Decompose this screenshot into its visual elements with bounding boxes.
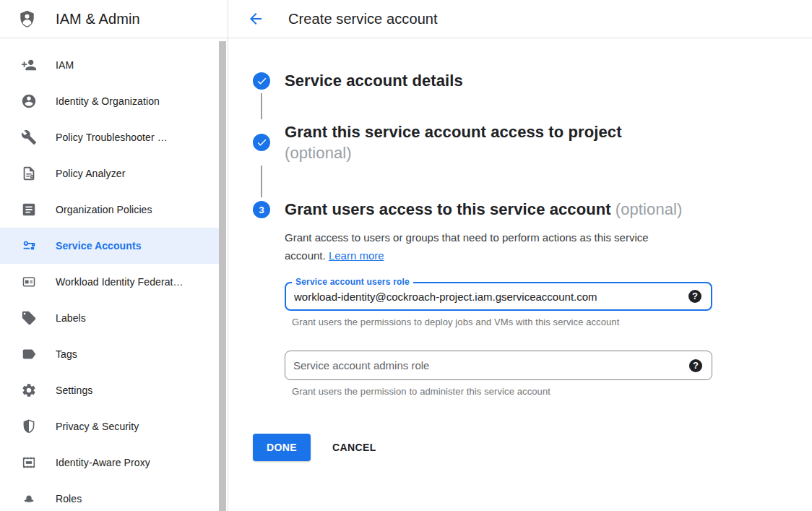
step-3-description: Grant access to users or groups that nee… [285,228,686,265]
label-icon [20,345,38,363]
shield-half-icon [20,418,38,435]
admins-role-input[interactable] [285,351,712,379]
hat-icon [20,490,38,507]
page-title: Create service account [288,11,438,27]
sidebar-item-settings[interactable]: Settings [0,372,219,408]
id-card-icon [20,273,38,291]
sidebar-item-labels[interactable]: Labels [0,300,219,336]
sidebar-item-iam[interactable]: IAM [0,47,219,83]
main-content: Create service account Service account d… [228,0,812,511]
service-account-key-icon [20,237,38,254]
product-title: IAM & Admin [56,11,140,27]
wrench-icon [20,129,38,146]
sidebar-item-label: Organization Policies [56,204,152,215]
step-3-number-badge: 3 [253,201,270,218]
step-1-completed-badge [253,72,270,90]
step-connector [261,93,262,119]
check-icon [256,75,267,87]
sidebar-item-label: Policy Analyzer [56,168,125,179]
help-icon[interactable]: ? [689,359,702,372]
learn-more-link[interactable]: Learn more [329,249,384,262]
document-gear-icon [20,165,38,182]
step-2-grant-access-to-project: Grant this service account access to pro… [253,121,730,163]
step-2-completed-badge [253,134,270,151]
iam-shield-logo-icon [17,9,37,29]
tag-icon [20,309,38,327]
sidebar-item-policy-analyzer[interactable]: Policy Analyzer [0,155,219,192]
step-3-body: Grant access to users or groups that nee… [285,228,730,397]
account-circle-icon [20,93,38,110]
sidebar-item-service-accounts[interactable]: Service Accounts [0,228,219,264]
step-1-title: Service account details [285,72,463,90]
users-role-helper-text: Grant users the permissions to deploy jo… [292,317,730,327]
sidebar-item-label: Workload Identity Federat… [56,276,183,288]
sidebar-item-identity-aware-proxy[interactable]: Identity-Aware Proxy [0,445,219,481]
sidebar-item-workload-identity-federation[interactable]: Workload Identity Federat… [0,264,219,300]
back-button[interactable] [247,10,264,27]
users-role-field-label: Service account users role [292,277,413,287]
sidebar-item-identity-organization[interactable]: Identity & Organization [0,83,219,119]
sidebar-item-roles[interactable]: Roles [0,481,219,511]
done-button[interactable]: DONE [253,434,311,461]
help-icon[interactable]: ? [688,290,701,303]
sidebar-item-label: Roles [56,493,82,504]
app-window: IAM & Admin IAM Identity & Organization … [0,0,812,511]
proxy-frame-icon [20,454,38,471]
cancel-button[interactable]: CANCEL [332,442,376,453]
sidebar-item-label: Tags [56,348,77,360]
users-role-input[interactable] [286,283,711,309]
sidebar-scrollbar[interactable] [219,41,226,511]
page-header: Create service account [228,0,812,38]
sidebar-nav: IAM Identity & Organization Policy Troub… [0,47,219,511]
sidebar-item-label: Service Accounts [56,240,142,252]
article-icon [20,201,38,218]
gear-icon [20,382,38,399]
sidebar-item-policy-troubleshooter[interactable]: Policy Troubleshooter … [0,119,219,155]
step-3-number: 3 [259,205,264,215]
admins-role-helper-text: Grant users the permission to administer… [292,386,730,397]
sidebar-item-label: IAM [56,59,74,71]
step-1-service-account-details: Service account details [253,71,730,91]
sidebar-item-privacy-security[interactable]: Privacy & Security [0,408,219,445]
step-3-grant-users-access: 3 Grant users access to this service acc… [253,199,730,220]
sidebar-item-tags[interactable]: Tags [0,336,219,372]
step-2-optional-label: (optional) [285,142,622,163]
step-3-title: Grant users access to this service accou… [285,200,611,218]
sidebar-item-label: Identity & Organization [56,95,160,107]
person-add-icon [20,56,38,74]
service-account-admins-role-field[interactable]: ? [285,351,712,380]
sidebar-item-label: Identity-Aware Proxy [56,457,150,468]
sidebar-item-organization-policies[interactable]: Organization Policies [0,192,219,228]
sidebar-item-label: Labels [56,312,86,324]
service-account-users-role-field[interactable]: Service account users role ? [285,282,712,311]
create-service-account-wizard: Service account details Grant this servi… [253,38,730,461]
step-connector [261,166,262,197]
sidebar-item-label: Policy Troubleshooter … [56,132,168,143]
step-3-optional-label: (optional) [616,200,683,218]
check-icon [256,137,267,148]
sidebar: IAM & Admin IAM Identity & Organization … [0,0,228,511]
sidebar-item-label: Privacy & Security [56,421,139,432]
sidebar-header: IAM & Admin [0,0,228,38]
arrow-left-icon [247,10,264,27]
step-2-title: Grant this service account access to pro… [285,121,622,142]
sidebar-item-label: Settings [56,385,92,396]
wizard-actions: DONE CANCEL [253,434,730,461]
